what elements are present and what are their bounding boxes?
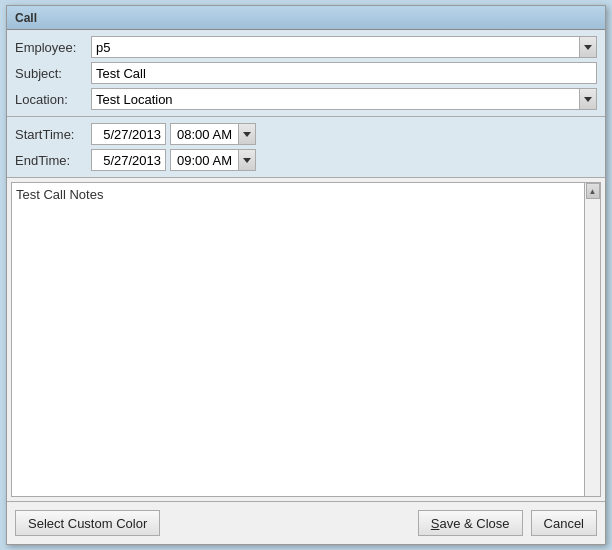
scroll-up-button[interactable]: ▲	[586, 183, 600, 199]
end-time-dropdown-button[interactable]	[238, 149, 256, 171]
notes-scrollbar[interactable]: ▲	[584, 183, 600, 496]
location-input[interactable]: Test Location	[91, 88, 579, 110]
end-time-dropdown-arrow-icon	[243, 158, 251, 163]
location-dropdown-button[interactable]	[579, 88, 597, 110]
scroll-track[interactable]	[585, 199, 600, 496]
end-time-label: EndTime:	[15, 153, 87, 168]
employee-dropdown-button[interactable]	[579, 36, 597, 58]
location-dropdown-arrow-icon	[584, 97, 592, 102]
select-custom-color-button[interactable]: Select Custom Color	[15, 510, 160, 536]
location-label: Location:	[15, 92, 87, 107]
employee-select-wrapper: p5	[91, 36, 597, 58]
footer-area: Select Custom Color Save & Close Cancel	[7, 501, 605, 544]
subject-input[interactable]: Test Call	[91, 62, 597, 84]
save-rest: ave & Close	[439, 516, 509, 531]
end-time-row: EndTime: 5/27/2013 09:00 AM	[15, 149, 597, 171]
call-dialog: Call Employee: p5 Subject: Test Call Loc…	[6, 5, 606, 545]
employee-row: Employee: p5	[15, 36, 597, 58]
employee-dropdown-arrow-icon	[584, 45, 592, 50]
location-select-wrapper: Test Location	[91, 88, 597, 110]
window-title: Call	[15, 11, 37, 25]
save-close-label: Save & Close	[431, 516, 510, 531]
title-bar: Call	[7, 6, 605, 30]
end-date-input[interactable]: 5/27/2013	[91, 149, 166, 171]
notes-area[interactable]: Test Call Notes ▲	[11, 182, 601, 497]
start-time-dropdown-button[interactable]	[238, 123, 256, 145]
start-time-label: StartTime:	[15, 127, 87, 142]
end-time-input[interactable]: 09:00 AM	[170, 149, 238, 171]
start-time-dropdown-arrow-icon	[243, 132, 251, 137]
start-time-input[interactable]: 08:00 AM	[170, 123, 238, 145]
start-time-row: StartTime: 5/27/2013 08:00 AM	[15, 123, 597, 145]
start-date-input[interactable]: 5/27/2013	[91, 123, 166, 145]
location-row: Location: Test Location	[15, 88, 597, 110]
end-time-wrapper: 09:00 AM	[170, 149, 597, 171]
subject-label: Subject:	[15, 66, 87, 81]
cancel-button[interactable]: Cancel	[531, 510, 597, 536]
save-close-button[interactable]: Save & Close	[418, 510, 523, 536]
time-area: StartTime: 5/27/2013 08:00 AM EndTime: 5…	[7, 117, 605, 178]
employee-label: Employee:	[15, 40, 87, 55]
start-time-wrapper: 08:00 AM	[170, 123, 597, 145]
employee-input[interactable]: p5	[91, 36, 579, 58]
form-area: Employee: p5 Subject: Test Call Location…	[7, 30, 605, 117]
notes-content: Test Call Notes	[12, 183, 600, 496]
notes-text: Test Call Notes	[16, 187, 103, 202]
subject-row: Subject: Test Call	[15, 62, 597, 84]
